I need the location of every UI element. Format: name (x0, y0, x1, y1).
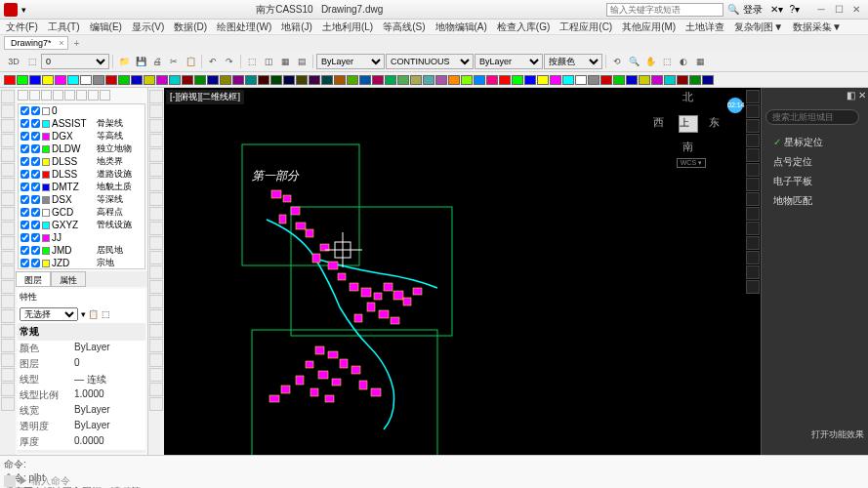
t21[interactable]: 🔍 (626, 54, 641, 69)
color-swatch-31[interactable] (397, 75, 409, 85)
color-swatch-49[interactable] (626, 75, 638, 85)
rtool-6[interactable] (746, 178, 760, 191)
vtool-12[interactable] (149, 265, 163, 279)
ltool-19[interactable] (1, 368, 15, 382)
t3[interactable]: 🖨 (149, 54, 165, 69)
vtool-18[interactable] (149, 353, 163, 367)
layerbar-4[interactable] (64, 90, 75, 101)
color-swatch-5[interactable] (67, 75, 79, 85)
menu-3[interactable]: 显示(V) (132, 20, 164, 34)
menu-9[interactable]: 地物编辑(A) (435, 20, 487, 34)
color-swatch-33[interactable] (423, 75, 434, 85)
rtool-0[interactable] (746, 90, 760, 103)
vtool-7[interactable] (149, 192, 163, 206)
rtool-9[interactable] (746, 222, 760, 235)
color-swatch-53[interactable] (677, 75, 688, 85)
minimize-button[interactable]: ─ (813, 3, 829, 17)
menu-12[interactable]: 其他应用(M) (622, 20, 676, 34)
ltool-0[interactable] (1, 90, 15, 103)
color-swatch-3[interactable] (42, 75, 54, 85)
color-swatch-18[interactable] (232, 75, 244, 85)
menu-11[interactable]: 工程应用(C) (559, 20, 612, 34)
layer-list[interactable]: 0 ASSIST骨架线 DGX等高线 DLDW独立地物 DLSS地类界 DLSS… (18, 103, 145, 269)
rtool-13[interactable] (746, 280, 760, 294)
layer-row[interactable]: JJ (19, 231, 145, 244)
color-swatch-20[interactable] (258, 75, 269, 85)
new-tab-button[interactable]: + (74, 38, 80, 49)
color-swatch-42[interactable] (537, 75, 549, 85)
vtool-11[interactable] (149, 251, 163, 264)
command-line[interactable]: 命令: 命令: plht 程序正在解读图入图幅。请稍等... nil ▶ 输入命… (0, 455, 868, 488)
vtool-13[interactable] (149, 280, 163, 294)
menu-2[interactable]: 编辑(E) (90, 20, 122, 34)
layer-row[interactable]: DLDW独立地物 (19, 142, 145, 155)
color-swatch-32[interactable] (410, 75, 422, 85)
vtool-17[interactable] (149, 339, 163, 352)
layer-row[interactable]: GXYZ管线设施 (19, 219, 145, 231)
vtool-9[interactable] (149, 222, 163, 235)
vtool-14[interactable] (149, 295, 163, 308)
lineweight-select[interactable]: ByLayer (475, 54, 543, 69)
ltool-16[interactable] (1, 324, 15, 338)
ltool-4[interactable] (1, 148, 15, 162)
view-compass[interactable]: 北 南 西 东 上 (657, 94, 716, 152)
menu-6[interactable]: 地籍(J) (281, 20, 312, 34)
t4[interactable]: ✂ (166, 54, 182, 69)
ritem-point[interactable]: 点号定位 (762, 152, 868, 172)
layer-row[interactable]: ASSIST骨架线 (19, 117, 145, 130)
menu-4[interactable]: 数据(D) (174, 20, 207, 34)
vtool-10[interactable] (149, 236, 163, 250)
layer-row[interactable]: DLSS道路设施 (19, 168, 145, 181)
color-swatch-28[interactable] (359, 75, 371, 85)
vtool-6[interactable] (149, 178, 163, 191)
ltool-3[interactable] (1, 134, 15, 147)
layer-row[interactable]: JMD居民地 (19, 244, 145, 257)
ltool-2[interactable] (1, 119, 15, 133)
close-button[interactable]: ✕ (848, 3, 864, 17)
color-swatch-10[interactable] (131, 75, 143, 85)
panel-close-icon[interactable]: ◧ ✕ (847, 90, 866, 103)
vtool-15[interactable] (149, 309, 163, 323)
layerbar-6[interactable] (88, 90, 99, 101)
vtool-21[interactable] (149, 397, 163, 411)
ltool-7[interactable] (1, 192, 15, 206)
t1[interactable]: 📁 (116, 54, 132, 69)
layer-select[interactable]: 0 (41, 54, 109, 69)
search-icon[interactable]: 🔍 (727, 4, 739, 15)
color-swatch-19[interactable] (245, 75, 257, 85)
rtool-7[interactable] (746, 192, 760, 206)
layer-row[interactable]: 0 (19, 104, 145, 117)
t6[interactable]: ↶ (205, 54, 221, 69)
t10[interactable]: ▦ (277, 54, 293, 69)
color-swatch-2[interactable] (29, 75, 41, 85)
help-search-input[interactable] (606, 3, 723, 17)
color-swatch-1[interactable] (17, 75, 28, 85)
color-swatch-55[interactable] (702, 75, 714, 85)
color-swatch-22[interactable] (283, 75, 295, 85)
cmd-prompt[interactable]: ▶ 输入命令 (19, 474, 70, 488)
vtool-1[interactable] (149, 104, 163, 118)
ltool-14[interactable] (1, 295, 15, 308)
t11[interactable]: ▤ (294, 54, 310, 69)
color-swatch-41[interactable] (524, 75, 536, 85)
color-swatch-54[interactable] (689, 75, 701, 85)
layerbar-1[interactable] (29, 90, 40, 101)
wcs-label[interactable]: WCS ▾ (677, 158, 706, 168)
layer-row[interactable]: GCD高程点 (19, 206, 145, 219)
ltool-1[interactable] (1, 104, 15, 118)
layer-row[interactable]: DLSS地类界 (19, 155, 145, 168)
color-swatch-23[interactable] (296, 75, 308, 85)
color-swatch-7[interactable] (93, 75, 104, 85)
maximize-button[interactable]: ☐ (831, 3, 847, 17)
color-swatch-21[interactable] (270, 75, 282, 85)
linetype-select[interactable]: CONTINUOUS (386, 54, 474, 69)
color-swatch-26[interactable] (334, 75, 346, 85)
t25[interactable]: ▦ (692, 54, 708, 69)
t8[interactable]: ⬚ (244, 54, 260, 69)
color-swatch-24[interactable] (309, 75, 320, 85)
menu-1[interactable]: 工具(T) (48, 20, 80, 34)
ltool-13[interactable] (1, 280, 15, 294)
color-swatch-30[interactable] (385, 75, 396, 85)
menu-5[interactable]: 绘图处理(W) (217, 20, 271, 34)
color-swatch-39[interactable] (499, 75, 511, 85)
